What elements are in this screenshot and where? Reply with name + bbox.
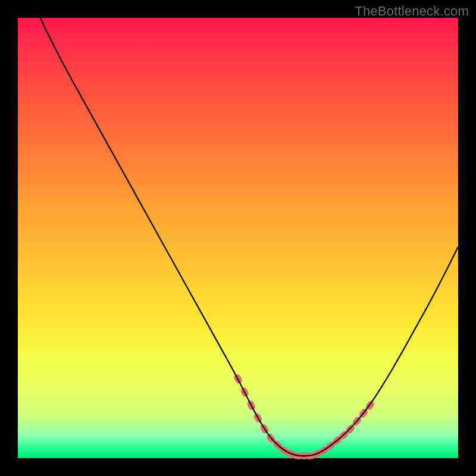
curve-svg (18, 18, 458, 458)
bottleneck-curve (18, 0, 458, 456)
plot-area (18, 18, 458, 458)
watermark-text: TheBottleneck.com (355, 4, 469, 19)
chart-frame: TheBottleneck.com (0, 0, 476, 476)
highlight-dash-group (233, 373, 375, 459)
